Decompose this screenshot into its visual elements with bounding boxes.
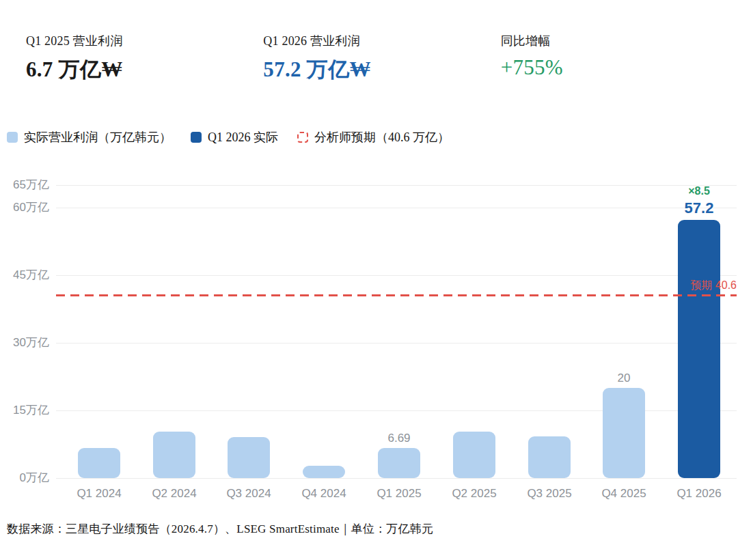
gridline-65 (56, 185, 737, 186)
bar-q2-2025 (453, 432, 495, 478)
kpi-row: Q1 2025 营业利润 6.7 万亿₩ Q1 2026 营业利润 57.2 万… (26, 33, 738, 84)
gridline-60 (56, 208, 737, 208)
gridline-30 (56, 343, 737, 344)
legend-item-actual-profit: 实际营业利润（万亿韩元） (7, 129, 172, 145)
source-note: 数据来源：三星电子业绩预告（2026.4.7）、LSEG SmartEstima… (7, 521, 433, 537)
xtick-q1-2026: Q1 2026 (661, 487, 737, 501)
legend-item-analyst-forecast: 分析师预期（40.6 万亿） (297, 129, 450, 145)
xtick-q3-2024: Q3 2024 (211, 487, 286, 501)
legend-label: 分析师预期（40.6 万亿） (314, 129, 450, 145)
bar-value-label-q1-2025: 6.69 (361, 432, 437, 445)
kpi-label: Q1 2026 营业利润 (263, 33, 500, 49)
kpi-yoy-growth: 同比增幅 +755% (501, 33, 738, 84)
bar-q1-2025 (378, 448, 420, 478)
kpi-label: Q1 2025 营业利润 (26, 33, 263, 49)
gridline-45 (56, 275, 737, 276)
bar-q2-2024 (153, 432, 195, 478)
ytick-15: 15万亿 (0, 403, 49, 418)
kpi-value: +755% (501, 55, 738, 80)
legend-label: Q1 2026 实际 (208, 129, 278, 145)
bar-q3-2025 (528, 436, 571, 478)
bar-q4-2024 (303, 466, 345, 478)
ytick-30: 30万亿 (0, 335, 49, 350)
bar-q4-2025 (603, 388, 645, 478)
xtick-q3-2025: Q3 2025 (512, 487, 587, 501)
xtick-q4-2024: Q4 2024 (286, 487, 361, 501)
ytick-0: 0万亿 (0, 471, 49, 486)
light-blue-swatch-icon (7, 132, 18, 143)
operating-profit-dashboard: Q1 2025 营业利润 6.7 万亿₩ Q1 2026 营业利润 57.2 万… (0, 0, 738, 560)
kpi-q1-2026-profit: Q1 2026 营业利润 57.2 万亿₩ (263, 33, 500, 84)
xtick-q1-2024: Q1 2024 (62, 487, 137, 501)
red-dashed-swatch-icon (297, 132, 308, 143)
xtick-q2-2025: Q2 2025 (437, 487, 512, 501)
bar-q3-2024 (228, 437, 270, 478)
xtick-q2-2024: Q2 2024 (137, 487, 212, 501)
bar-value-label-q1-2026: 57.2 (661, 199, 737, 217)
forecast-dashed-line (56, 294, 737, 296)
xtick-q4-2025: Q4 2025 (586, 487, 661, 501)
ytick-45: 45万亿 (0, 268, 49, 283)
dark-blue-swatch-icon (191, 132, 202, 143)
gridline-0 (56, 478, 737, 479)
kpi-value: 57.2 万亿₩ (263, 55, 500, 84)
kpi-label: 同比增幅 (501, 33, 738, 49)
ytick-60: 60万亿 (0, 200, 49, 215)
bar-q1-2024 (78, 448, 120, 478)
forecast-label: 预期 40.6 (586, 279, 737, 293)
kpi-q1-2025-profit: Q1 2025 营业利润 6.7 万亿₩ (26, 33, 263, 84)
legend-label: 实际营业利润（万亿韩元） (24, 129, 172, 145)
bar-value-label-q4-2025: 20 (586, 372, 661, 385)
kpi-value: 6.7 万亿₩ (26, 55, 263, 84)
legend-item-q1-2026-actual: Q1 2026 实际 (191, 129, 278, 145)
chart-legend: 实际营业利润（万亿韩元） Q1 2026 实际 分析师预期（40.6 万亿） (7, 129, 469, 145)
ytick-65: 65万亿 (0, 178, 49, 193)
xtick-q1-2025: Q1 2025 (361, 487, 437, 501)
bar-q1-2026 (678, 220, 720, 478)
growth-multiplier-label: ×8.5 (661, 185, 737, 197)
quarterly-profit-bar-chart: 0万亿15万亿30万亿45万亿60万亿65万亿Q1 2024Q2 2024Q3 … (0, 164, 738, 519)
